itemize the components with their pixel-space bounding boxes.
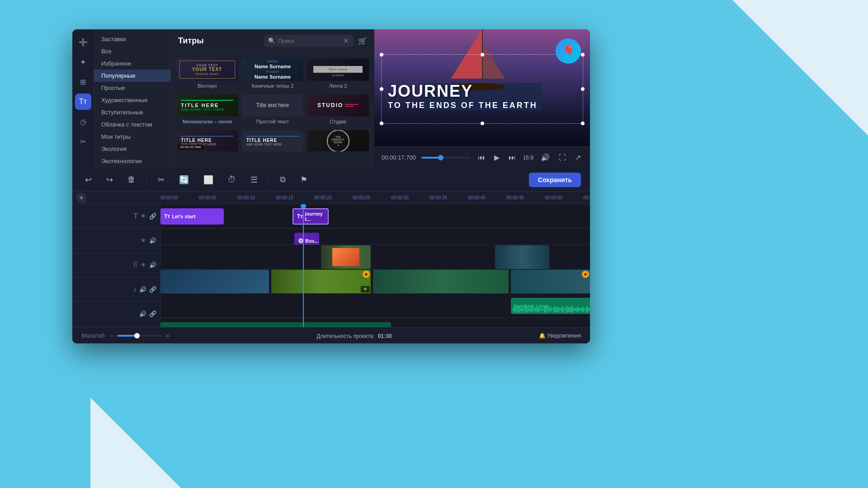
sidebar-icon-clock[interactable]: ◷ (75, 113, 91, 130)
template-western[interactable]: YOUR TEXT YOUR TEXT DESIGN HERE Вестерн (176, 58, 238, 91)
aspect-ratio[interactable]: 16:9 (523, 155, 533, 161)
redo-button[interactable]: ↪ (103, 173, 117, 187)
scale-plus-icon[interactable]: + (166, 332, 170, 339)
left-panel-item[interactable]: Облачка с текстом (94, 118, 170, 131)
audio-clip-bottom[interactable]: Soundtrack #mu... (160, 322, 391, 327)
avatar-circle[interactable]: 🎈 (556, 38, 581, 64)
add-track-button[interactable]: + (76, 192, 87, 203)
sidebar-icons: ➕ ✦ ⊞ Тт ◷ ✂ (72, 29, 94, 168)
left-panel-item[interactable]: Все (94, 45, 170, 57)
template-simple-text2[interactable]: TITLE HERE AND SOME TEXT HERE (242, 130, 304, 163)
preview-panel: JOURNEY TO THE ENDS OF THE EARTH 🎈 00:00… (374, 29, 590, 168)
sidebar-icon-add[interactable]: ➕ (75, 34, 91, 50)
title-track: Тт Let's start Тт journey t... (160, 204, 590, 229)
left-panel-item[interactable]: Вступительные (94, 106, 170, 118)
ruler-mark: 00:00:40 (468, 195, 506, 200)
cut-button[interactable]: ✂ (154, 173, 168, 187)
cart-icon[interactable]: 🛒 (358, 37, 367, 45)
track-label-audio1: ♪ 🔊 🔗 (72, 277, 160, 302)
delete-button[interactable]: 🗑 (124, 173, 139, 186)
duration-container: Длительность проекта: 01:30 (316, 332, 392, 340)
main-video-clip[interactable]: ★ ⧉ (271, 270, 371, 293)
scale-minus-icon[interactable]: − (110, 332, 113, 339)
align-button[interactable]: ☰ (247, 173, 261, 187)
playhead[interactable] (303, 204, 304, 327)
volume-button[interactable]: 🔊 (539, 151, 552, 164)
audio-clip-1[interactable]: Soundtrack 1 /wrap... // Waveform bars w… (511, 298, 590, 314)
clip-label: Let's start (172, 214, 195, 219)
sidebar-icon-magic[interactable]: ✦ (75, 54, 91, 70)
link-icon[interactable]: 🔗 (149, 286, 156, 293)
track-labels: Т 👁 🔗 👁 🔊 ⠿ 👁 🔊 ♪ 🔊 🔗 (72, 204, 160, 327)
template-label (242, 151, 304, 163)
template-label (176, 151, 238, 163)
title-track-icon: Т (133, 212, 138, 221)
flag-button[interactable]: ⚑ (297, 173, 311, 187)
main-video-clip[interactable] (160, 270, 269, 293)
sidebar-icon-text[interactable]: Тт (75, 94, 91, 110)
template-credits2[interactable]: Director Name Surname Producer Name Surn… (242, 58, 304, 91)
left-panel-item-popular[interactable]: Популярные (94, 70, 170, 82)
timeline-tracks: Т 👁 🔗 👁 🔊 ⠿ 👁 🔊 ♪ 🔊 🔗 (72, 204, 590, 327)
sidebar-icon-tools[interactable]: ✂ (75, 133, 91, 150)
left-panel-item[interactable]: Избранное (94, 57, 170, 70)
visibility-icon[interactable]: 👁 (141, 262, 146, 268)
left-panel-item[interactable]: Экология (94, 143, 170, 155)
transition-button[interactable]: ⧉ (276, 173, 289, 186)
sidebar-icon-grid[interactable]: ⊞ (75, 74, 91, 90)
video-track-1 (160, 245, 590, 269)
search-clear-icon[interactable]: ✕ (343, 37, 349, 45)
notifications-label[interactable]: 🔔 Уведомления (539, 333, 581, 339)
save-button[interactable]: Сохранить (529, 173, 581, 187)
scale-slider[interactable] (117, 335, 162, 337)
video-overlay-text: JOURNEY TO THE ENDS OF THE EARTH (388, 82, 538, 110)
main-video-clip[interactable] (373, 270, 509, 293)
left-panel-item[interactable]: Простые (94, 82, 170, 94)
fx-clip-voz[interactable]: ⚙ Воз... (294, 233, 319, 245)
video-clip[interactable] (321, 245, 371, 269)
search-box: 🔍 ✕ (264, 35, 354, 47)
template-title-style[interactable]: TITLE HERE AND SOME TEXT HERE 00:00:02.9… (176, 130, 238, 163)
fullscreen-button[interactable]: ⛶ (557, 152, 568, 164)
skip-forward-button[interactable]: ⏭ (507, 152, 518, 164)
template-label: Простой текст (242, 117, 304, 127)
template-simple-text[interactable]: Title text here Простой текст (242, 94, 304, 127)
template-tape2[interactable]: Text here Subtitle Лента 2 (307, 58, 369, 91)
track-label-video1: 👁 🔊 (72, 229, 160, 253)
crop-button[interactable]: ⬜ (200, 173, 217, 187)
template-minimal-line[interactable]: TITLE HERE AND SOME TEXT HERE Минимализм… (176, 94, 238, 127)
left-panel-item[interactable]: Мои титры (94, 131, 170, 143)
audio-icon[interactable]: 🔊 (149, 237, 156, 244)
main-video-clip[interactable]: ★ (511, 270, 590, 293)
left-panel-item[interactable]: Экотехнологии (94, 155, 170, 167)
undo-button[interactable]: ↩ (81, 173, 95, 187)
export-button[interactable]: ↗ (573, 151, 583, 164)
lock-icon[interactable]: 🔗 (149, 213, 156, 220)
left-panel-item[interactable]: Художественные (94, 94, 170, 106)
time-button[interactable]: ⏱ (224, 173, 240, 186)
progress-bar[interactable] (421, 157, 471, 159)
video-clip[interactable] (495, 245, 549, 269)
title-clip-journey[interactable]: Тт journey t... (292, 208, 329, 225)
audio-icon[interactable]: 🔊 (149, 262, 156, 268)
audio-icon[interactable]: 🔊 (139, 310, 146, 317)
search-input[interactable] (278, 38, 340, 44)
left-panel-item[interactable]: Заставки (94, 33, 170, 45)
template-studio[interactable]: STUDIO Студия (307, 94, 369, 127)
left-panel: Заставки Все Избранное Популярные Просты… (94, 29, 171, 168)
link-icon[interactable]: 🔗 (149, 310, 156, 317)
progress-handle[interactable] (438, 155, 443, 160)
title-clip-lets-start[interactable]: Тт Let's start (160, 208, 224, 225)
audio-icon[interactable]: 🔊 (139, 286, 146, 293)
loop-button[interactable]: 🔄 (175, 173, 193, 187)
track-label-video2: ⠿ 👁 🔊 (72, 253, 160, 277)
play-button[interactable]: ▶ (492, 151, 501, 164)
fx-track: ⚙ Воз... (160, 229, 590, 245)
visibility-icon[interactable]: 👁 (141, 237, 146, 244)
skip-back-button[interactable]: ⏮ (476, 152, 487, 164)
template-circle-logo[interactable]: THE PERFECT INTRO ★ (307, 130, 369, 163)
visibility-icon[interactable]: 👁 (141, 213, 146, 220)
content-title: Титры (178, 36, 259, 46)
search-icon: 🔍 (268, 38, 275, 44)
preview-video: JOURNEY TO THE ENDS OF THE EARTH 🎈 (374, 29, 590, 146)
